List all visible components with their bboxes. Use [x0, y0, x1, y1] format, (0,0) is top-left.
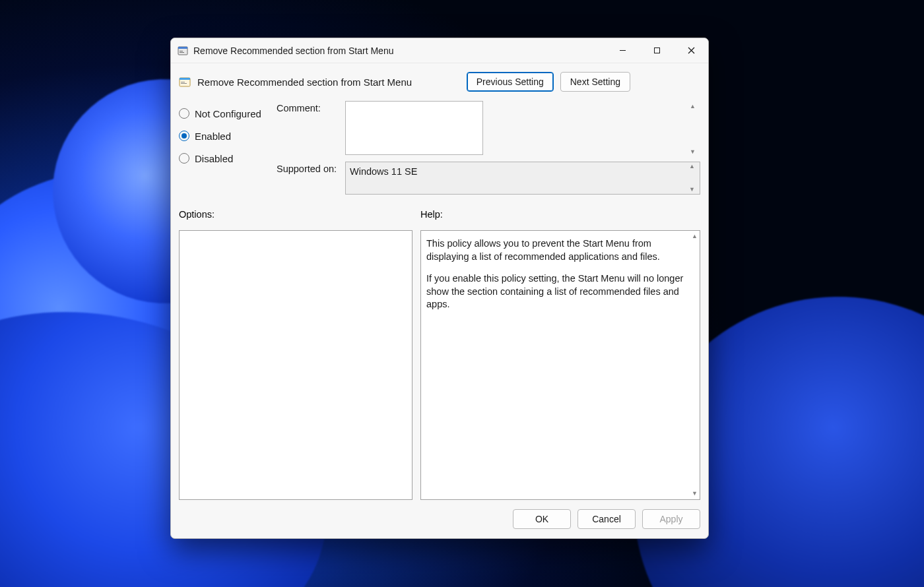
window-controls [605, 38, 708, 63]
window-title: Remove Recommended section from Start Me… [193, 46, 393, 56]
arrow-up-icon: ▲ [692, 233, 698, 239]
arrow-down-icon: ▼ [689, 187, 698, 193]
supported-on-value: Windows 11 SE [350, 166, 417, 177]
options-panel [179, 230, 412, 500]
radio-disabled[interactable]: Disabled [179, 147, 277, 170]
options-label: Options: [179, 209, 420, 220]
comment-scroll-arrows[interactable]: ▲ ▼ [690, 104, 699, 155]
arrow-down-icon: ▼ [692, 491, 698, 497]
policy-setting-icon [179, 76, 191, 88]
svg-rect-3 [180, 52, 184, 53]
help-text-paragraph: If you enable this policy setting, the S… [426, 272, 688, 311]
radio-not-configured[interactable]: Not Configured [179, 102, 277, 125]
radio-label: Disabled [195, 153, 233, 164]
svg-rect-1 [178, 47, 187, 49]
nav-buttons: Previous Setting Next Setting [467, 72, 700, 92]
supported-on-field: Windows 11 SE ▲ ▼ [345, 162, 700, 195]
radio-icon [179, 131, 189, 141]
arrow-down-icon: ▼ [690, 149, 699, 155]
close-button[interactable] [674, 38, 708, 63]
policy-dialog: Remove Recommended section from Start Me… [170, 38, 709, 539]
dialog-content: Not Configured Enabled Disabled Comment: [171, 100, 708, 500]
radio-enabled[interactable]: Enabled [179, 125, 277, 147]
policy-title: Remove Recommended section from Start Me… [197, 77, 412, 88]
maximize-button[interactable] [640, 38, 674, 63]
dialog-footer: OK Cancel Apply [171, 500, 708, 538]
supported-scroll-arrows[interactable]: ▲ ▼ [689, 164, 698, 193]
arrow-up-icon: ▲ [689, 164, 698, 170]
titlebar[interactable]: Remove Recommended section from Start Me… [171, 38, 708, 63]
desktop-background: Remove Recommended section from Start Me… [0, 0, 924, 587]
apply-button[interactable]: Apply [642, 509, 700, 529]
svg-rect-5 [654, 48, 659, 53]
radio-icon [179, 153, 189, 164]
policy-window-icon [178, 46, 188, 56]
minimize-button[interactable] [605, 38, 640, 63]
help-label: Help: [420, 209, 443, 220]
supported-on-label: Supported on: [277, 162, 345, 195]
arrow-up-icon: ▲ [690, 104, 699, 109]
comment-label: Comment: [277, 101, 345, 158]
svg-rect-10 [181, 82, 185, 82]
cancel-button[interactable]: Cancel [578, 509, 636, 529]
next-setting-button[interactable]: Next Setting [560, 72, 630, 92]
svg-rect-2 [180, 51, 183, 51]
help-panel: ▲ This policy allows you to prevent the … [420, 230, 700, 500]
svg-rect-11 [181, 83, 187, 84]
state-radio-group: Not Configured Enabled Disabled [179, 101, 277, 199]
radio-label: Not Configured [195, 108, 261, 119]
ok-button[interactable]: OK [513, 509, 571, 529]
policy-header: Remove Recommended section from Start Me… [171, 63, 708, 100]
radio-label: Enabled [195, 131, 231, 142]
svg-rect-9 [180, 78, 190, 80]
radio-icon [179, 108, 189, 119]
help-text-paragraph: This policy allows you to prevent the St… [426, 237, 688, 263]
comment-field[interactable] [345, 101, 483, 155]
previous-setting-button[interactable]: Previous Setting [467, 72, 554, 92]
